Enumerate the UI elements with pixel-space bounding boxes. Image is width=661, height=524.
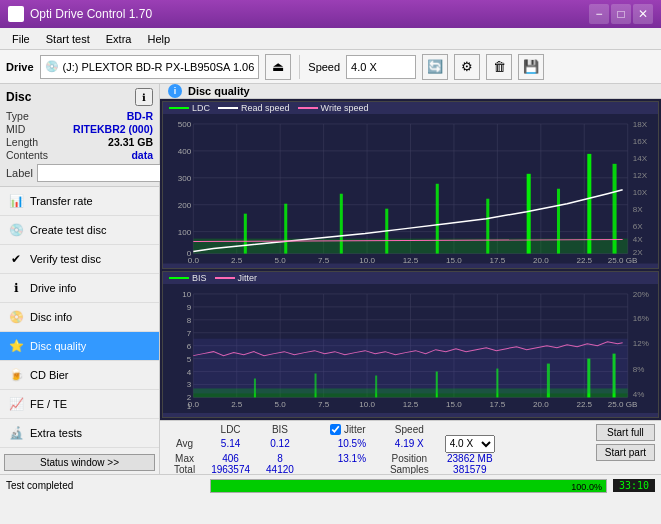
max-bis: 8 bbox=[258, 453, 302, 464]
svg-text:20%: 20% bbox=[633, 290, 649, 299]
eject-button[interactable]: ⏏ bbox=[265, 54, 291, 80]
close-button[interactable]: ✕ bbox=[633, 4, 653, 24]
cd-bier-icon: 🍺 bbox=[8, 367, 24, 383]
drive-label: Drive bbox=[6, 61, 34, 73]
svg-text:14X: 14X bbox=[633, 154, 648, 163]
nav-label-drive-info: Drive info bbox=[30, 282, 76, 294]
bis-legend-dot bbox=[169, 277, 189, 279]
nav-label-create-test-disc: Create test disc bbox=[30, 224, 106, 236]
start-part-button[interactable]: Start part bbox=[596, 444, 655, 461]
svg-rect-52 bbox=[557, 189, 560, 254]
sidebar-item-fe-te[interactable]: 📈 FE / TE bbox=[0, 390, 159, 419]
contents-val: data bbox=[131, 149, 153, 161]
svg-rect-47 bbox=[340, 194, 343, 254]
label-input[interactable] bbox=[37, 164, 170, 182]
max-ldc: 406 bbox=[203, 453, 258, 464]
avg-label: Avg bbox=[166, 435, 203, 453]
maximize-button[interactable]: □ bbox=[611, 4, 631, 24]
samples-label: Samples bbox=[382, 464, 437, 474]
sidebar-item-extra-tests[interactable]: 🔬 Extra tests bbox=[0, 419, 159, 448]
disc-info-button[interactable]: ℹ bbox=[135, 88, 153, 106]
sidebar-item-create-test-disc[interactable]: 💿 Create test disc bbox=[0, 216, 159, 245]
sidebar: Disc ℹ Type BD-R MID RITEKBR2 (000) Leng… bbox=[0, 84, 160, 474]
sidebar-item-disc-quality[interactable]: ⭐ Disc quality bbox=[0, 332, 159, 361]
write-legend-label: Write speed bbox=[321, 103, 369, 113]
drive-icon: 💿 bbox=[45, 60, 59, 73]
svg-text:20.0: 20.0 bbox=[533, 400, 549, 409]
max-label: Max bbox=[166, 453, 203, 464]
refresh-button[interactable]: 🔄 bbox=[422, 54, 448, 80]
create-test-disc-icon: 💿 bbox=[8, 222, 24, 238]
avg-speed: 4.19 X bbox=[382, 435, 437, 453]
svg-text:5.0: 5.0 bbox=[275, 256, 287, 264]
nav-label-extra-tests: Extra tests bbox=[30, 427, 82, 439]
status-text: Test completed bbox=[6, 480, 204, 491]
save-button[interactable]: 💾 bbox=[518, 54, 544, 80]
write-legend-dot bbox=[298, 107, 318, 109]
svg-text:0.0: 0.0 bbox=[188, 256, 200, 264]
bis-col-header: BIS bbox=[258, 424, 302, 435]
charts-area: LDC Read speed Write speed bbox=[160, 99, 661, 420]
svg-text:500: 500 bbox=[178, 120, 192, 129]
jitter-label: Jitter bbox=[344, 424, 366, 435]
bis-legend-label: BIS bbox=[192, 273, 207, 283]
menu-extra[interactable]: Extra bbox=[98, 31, 140, 47]
menu-help[interactable]: Help bbox=[139, 31, 178, 47]
svg-text:6: 6 bbox=[187, 341, 192, 350]
nav-label-disc-quality: Disc quality bbox=[30, 340, 86, 352]
status-window-button[interactable]: Status window >> bbox=[4, 454, 155, 471]
sidebar-item-verify-test-disc[interactable]: ✔ Verify test disc bbox=[0, 245, 159, 274]
svg-text:22.5: 22.5 bbox=[576, 256, 592, 264]
svg-text:25.0 GB: 25.0 GB bbox=[608, 400, 638, 409]
label-key: Label bbox=[6, 167, 33, 179]
fe-te-icon: 📈 bbox=[8, 396, 24, 412]
svg-text:5.0: 5.0 bbox=[275, 400, 287, 409]
svg-text:7.5: 7.5 bbox=[318, 400, 330, 409]
ldc-chart-legend: LDC Read speed Write speed bbox=[163, 102, 658, 114]
jitter-legend-dot bbox=[215, 277, 235, 279]
stats-area: LDC BIS Jitter Speed Avg bbox=[160, 420, 661, 474]
jitter-checkbox[interactable] bbox=[330, 424, 341, 435]
menu-bar: File Start test Extra Help bbox=[0, 28, 661, 50]
length-val: 23.31 GB bbox=[108, 136, 153, 148]
sidebar-item-disc-info[interactable]: 📀 Disc info bbox=[0, 303, 159, 332]
status-bar: Test completed 100.0% 33:10 bbox=[0, 474, 661, 496]
sidebar-item-drive-info[interactable]: ℹ Drive info bbox=[0, 274, 159, 303]
sidebar-bottom: Status window >> bbox=[0, 448, 159, 475]
speed-select[interactable]: 4.0 X bbox=[346, 55, 416, 79]
svg-text:15.0: 15.0 bbox=[446, 400, 462, 409]
sidebar-item-cd-bier[interactable]: 🍺 CD Bier bbox=[0, 361, 159, 390]
menu-starttest[interactable]: Start test bbox=[38, 31, 98, 47]
length-key: Length bbox=[6, 136, 38, 148]
speed-dropdown[interactable]: 4.0 X 2.0 X 8.0 X bbox=[445, 435, 495, 453]
svg-text:10: 10 bbox=[182, 290, 192, 299]
title-bar: Opti Drive Control 1.70 − □ ✕ bbox=[0, 0, 661, 28]
svg-text:4X: 4X bbox=[633, 235, 644, 244]
start-full-button[interactable]: Start full bbox=[596, 424, 655, 441]
drive-info-icon: ℹ bbox=[8, 280, 24, 296]
settings-button[interactable]: ⚙ bbox=[454, 54, 480, 80]
svg-text:12.5: 12.5 bbox=[403, 400, 419, 409]
disc-quality-icon: ⭐ bbox=[8, 338, 24, 354]
svg-text:16X: 16X bbox=[633, 137, 648, 146]
svg-rect-51 bbox=[527, 174, 531, 254]
chart-title: Disc quality bbox=[188, 85, 250, 97]
extra-tests-icon: 🔬 bbox=[8, 425, 24, 441]
erase-button[interactable]: 🗑 bbox=[486, 54, 512, 80]
svg-text:400: 400 bbox=[178, 147, 192, 156]
svg-text:7.5: 7.5 bbox=[318, 256, 330, 264]
jitter-legend-label: Jitter bbox=[238, 273, 258, 283]
position-val: 23862 MB bbox=[437, 453, 503, 464]
svg-text:200: 200 bbox=[178, 201, 192, 210]
read-legend-label: Read speed bbox=[241, 103, 290, 113]
chart-header-icon: i bbox=[168, 84, 182, 98]
action-buttons: Start full Start part bbox=[596, 424, 655, 461]
samples-val: 381579 bbox=[437, 464, 503, 474]
drive-select-box[interactable]: 💿 (J:) PLEXTOR BD-R PX-LB950SA 1.06 bbox=[40, 55, 260, 79]
svg-text:12.5: 12.5 bbox=[403, 256, 419, 264]
menu-file[interactable]: File bbox=[4, 31, 38, 47]
ldc-legend-label: LDC bbox=[192, 103, 210, 113]
sidebar-item-transfer-rate[interactable]: 📊 Transfer rate bbox=[0, 187, 159, 216]
minimize-button[interactable]: − bbox=[589, 4, 609, 24]
svg-text:17.5: 17.5 bbox=[490, 400, 506, 409]
